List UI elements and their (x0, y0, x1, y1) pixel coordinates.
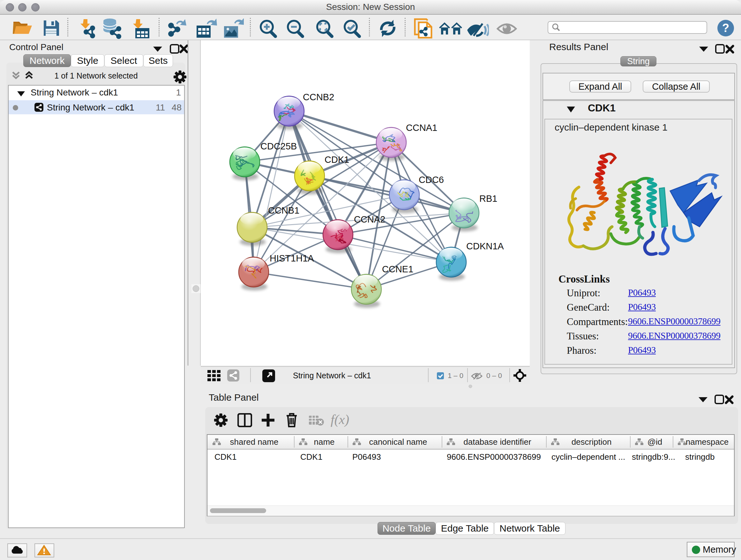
svg-text:CCNB1: CCNB1 (268, 205, 299, 215)
svg-text:CCNE1: CCNE1 (382, 264, 413, 274)
svg-text:CDK1: CDK1 (325, 154, 349, 165)
svg-text:?: ? (722, 21, 729, 35)
svg-text:HIST1H1A: HIST1H1A (270, 253, 314, 263)
svg-text:CCNB2: CCNB2 (303, 92, 334, 102)
svg-text:CDC6: CDC6 (419, 175, 444, 185)
svg-text:CDC25B: CDC25B (260, 141, 297, 151)
svg-text:RB1: RB1 (479, 193, 497, 204)
svg-text:CCNA1: CCNA1 (406, 123, 437, 133)
svg-text:CDKN1A: CDKN1A (466, 241, 504, 251)
svg-text:CCNA2: CCNA2 (354, 214, 385, 225)
